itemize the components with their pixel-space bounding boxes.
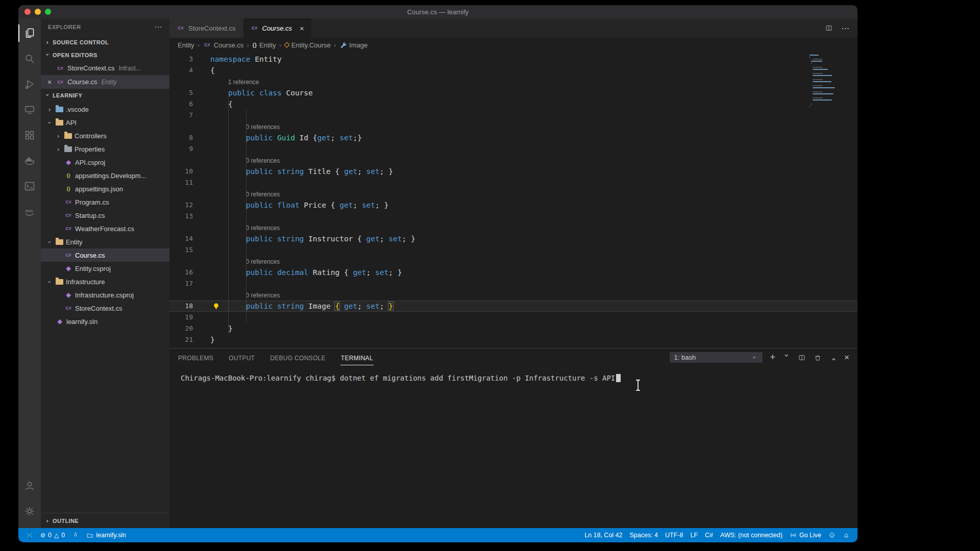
tree-item-infrastructure[interactable]: ›Infrastructure — [41, 275, 169, 288]
codelens-references[interactable]: 0 references — [169, 256, 857, 267]
section-open-editors[interactable]: › OPEN EDITORS — [41, 48, 169, 61]
tree-item-storecontext-cs[interactable]: C#StoreContext.cs — [41, 302, 169, 315]
code-line-19[interactable]: 19 — [169, 312, 857, 323]
code-line-18[interactable]: 18 public string Image { get; set; } — [169, 300, 857, 312]
close-editor-icon[interactable]: × — [46, 78, 53, 86]
code-line-9[interactable]: 9 — [169, 143, 857, 155]
split-terminal-icon[interactable] — [798, 354, 806, 362]
panel-tab-debug-console[interactable]: DEBUG CONSOLE — [270, 350, 326, 365]
terminal-shell-select[interactable]: 1: bash › — [670, 352, 763, 363]
extensions-icon[interactable] — [18, 122, 41, 148]
editor-more-actions-icon[interactable]: ⋯ — [841, 23, 849, 33]
omnisharp-flame-icon[interactable] — [68, 528, 83, 542]
open-editor-storecontext-cs[interactable]: C#StoreContext.csInfrast... — [41, 61, 169, 75]
search-icon[interactable] — [18, 46, 41, 71]
codelens-references[interactable]: 0 references — [169, 289, 857, 300]
explorer-more-actions-icon[interactable]: ⋯ — [154, 22, 162, 32]
tree-item-entity-csproj[interactable]: ◈Entity.csproj — [41, 262, 169, 275]
panel-tab-terminal[interactable]: TERMINAL — [340, 350, 374, 365]
tree-item-appsettings-json[interactable]: {}appsettings.json — [41, 182, 169, 195]
encoding-setting[interactable]: UTF-8 — [662, 528, 687, 542]
maximize-panel-icon[interactable]: › — [828, 354, 838, 361]
new-terminal-dropdown-icon[interactable]: › — [782, 354, 792, 361]
code-line-20[interactable]: 20 } — [169, 323, 857, 334]
tree-item-appsettings-developm[interactable]: {}appsettings.Developm... — [41, 169, 169, 182]
code-line-15[interactable]: 15 — [169, 244, 857, 256]
cursor-position[interactable]: Ln 18, Col 42 — [581, 528, 626, 542]
section-source-control[interactable]: › SOURCE CONTROL — [41, 36, 169, 48]
split-editor-icon[interactable] — [825, 24, 833, 32]
tree-item-api[interactable]: ›API — [41, 116, 169, 129]
tree-item-entity[interactable]: ›Entity — [41, 235, 169, 248]
tree-item-infrastructure-csproj[interactable]: ◈Infrastructure.csproj — [41, 288, 169, 302]
panel-tab-problems[interactable]: PROBLEMS — [178, 350, 214, 365]
code-line-8[interactable]: 8 public Guid Id {get; set;} — [169, 132, 857, 143]
tab-storecontext-cs[interactable]: C#StoreContext.cs — [169, 18, 243, 38]
code-line-17[interactable]: 17 — [169, 278, 857, 289]
project-selector[interactable]: learnify.sln — [83, 528, 130, 542]
code-line-13[interactable]: 13 — [169, 211, 857, 222]
docker-icon[interactable] — [18, 148, 41, 173]
code-line-16[interactable]: 16 public decimal Rating { get; set; } — [169, 267, 857, 278]
code-line-11[interactable]: 11 — [169, 177, 857, 188]
go-live-button[interactable]: Go Live — [786, 528, 825, 542]
terminal[interactable]: Chirags-MacBook-Pro:learnify chirag$ dot… — [169, 366, 857, 528]
close-tab-icon[interactable]: × — [300, 24, 304, 33]
aws-icon[interactable]: aws — [18, 199, 41, 224]
new-terminal-icon[interactable]: + — [770, 352, 776, 363]
tree-item-vscode[interactable]: ›.vscode — [41, 103, 169, 116]
code-line-3[interactable]: 3namespace Entity — [169, 54, 857, 65]
tree-item-api-csproj[interactable]: ◈API.csproj — [41, 156, 169, 169]
notifications-bell-icon[interactable] — [839, 528, 853, 542]
breadcrumb-item-course-cs[interactable]: C#Course.cs — [203, 41, 244, 49]
indentation-setting[interactable]: Spaces: 4 — [626, 528, 662, 542]
titlebar[interactable]: Course.cs — learnify — [18, 5, 857, 18]
code-editor[interactable]: 3namespace Entity4{1 reference5 public c… — [169, 52, 857, 348]
close-panel-icon[interactable]: × — [844, 353, 849, 363]
minimap[interactable] — [810, 55, 850, 108]
remote-explorer-icon[interactable] — [18, 97, 41, 122]
tree-item-properties[interactable]: ›Properties — [41, 142, 169, 156]
section-outline[interactable]: › OUTLINE — [41, 513, 169, 528]
codelens-references[interactable]: 0 references — [169, 188, 857, 199]
problems-status[interactable]: ⊘ 0 △ 0 — [37, 528, 68, 542]
tree-item-controllers[interactable]: ›Controllers — [41, 129, 169, 142]
code-line-5[interactable]: 5 public class Course — [169, 87, 857, 98]
tree-item-learnify-sln[interactable]: ◈learnify.sln — [41, 315, 169, 328]
aws-connection-status[interactable]: AWS: (not connected) — [717, 528, 786, 542]
tree-item-course-cs[interactable]: C#Course.cs — [41, 248, 169, 262]
codelens-references[interactable]: 1 reference — [169, 76, 857, 87]
accounts-icon[interactable] — [18, 473, 41, 498]
kill-terminal-trash-icon[interactable] — [814, 354, 822, 362]
breadcrumb-item-image[interactable]: Image — [339, 41, 368, 49]
explorer-icon[interactable] — [18, 20, 41, 46]
code-line-7[interactable]: 7 — [169, 110, 857, 121]
panel-tab-output[interactable]: OUTPUT — [228, 350, 255, 365]
code-line-12[interactable]: 12 public float Price { get; set; } — [169, 199, 857, 211]
tree-item-startup-cs[interactable]: C#Startup.cs — [41, 209, 169, 222]
zoom-window-button[interactable] — [45, 9, 51, 15]
breadcrumb-item-entity-course[interactable]: Entity.Course — [285, 41, 331, 49]
code-line-4[interactable]: 4{ — [169, 65, 857, 76]
codelens-references[interactable]: 0 references — [169, 121, 857, 132]
eol-setting[interactable]: LF — [687, 528, 702, 542]
remote-indicator-icon[interactable] — [22, 528, 37, 542]
lightbulb-icon[interactable] — [212, 302, 220, 310]
codelens-references[interactable]: 0 references — [169, 155, 857, 166]
code-line-21[interactable]: 21} — [169, 334, 857, 345]
run-debug-icon[interactable] — [18, 71, 41, 97]
codelens-references[interactable]: 0 references — [169, 222, 857, 233]
open-editor-course-cs[interactable]: ×C#Course.csEntity — [41, 75, 169, 89]
code-line-14[interactable]: 14 public string Instructor { get; set; … — [169, 233, 857, 244]
breadcrumb-item-entity[interactable]: {}Entity — [252, 41, 276, 49]
tree-item-program-cs[interactable]: C#Program.cs — [41, 195, 169, 209]
code-line-6[interactable]: 6 { — [169, 98, 857, 110]
section-learnify[interactable]: › LEARNIFY — [41, 89, 169, 102]
code-line-10[interactable]: 10 public string Title { get; set; } — [169, 166, 857, 177]
feedback-smiley-icon[interactable] — [825, 528, 839, 542]
language-mode[interactable]: C# — [701, 528, 717, 542]
tab-course-cs[interactable]: C#Course.cs× — [243, 18, 312, 38]
close-window-button[interactable] — [24, 9, 31, 15]
minimize-window-button[interactable] — [35, 9, 41, 15]
tree-item-weatherforecast-cs[interactable]: C#WeatherForecast.cs — [41, 222, 169, 235]
